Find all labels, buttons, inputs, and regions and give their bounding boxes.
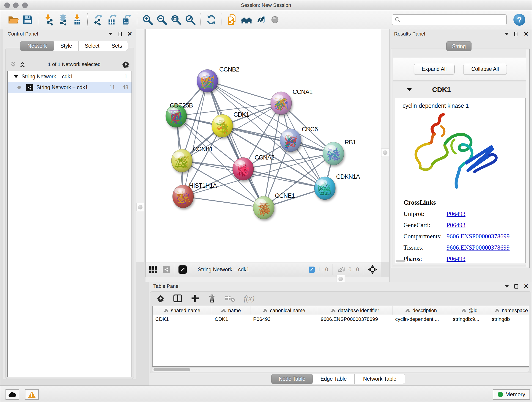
panel-menu-icon[interactable] [108, 33, 113, 35]
show-all-networks-icon[interactable] [239, 13, 254, 27]
import-table-from-file-icon[interactable] [70, 13, 84, 27]
collapse-all-button[interactable]: Collapse All [463, 64, 507, 75]
network-node-CDKN1A[interactable]: CDKN1A [314, 173, 360, 200]
entry-hscroll-thumb[interactable] [396, 260, 405, 262]
birdseye-view-icon[interactable] [178, 265, 187, 274]
column-header-description[interactable]: description [393, 306, 450, 315]
zoom-in-icon[interactable] [140, 13, 155, 27]
function-builder-icon[interactable]: f(x) [244, 294, 254, 303]
panel-float-icon[interactable] [514, 284, 518, 288]
export-network-icon[interactable] [91, 13, 105, 27]
left-splitter-handle[interactable] [136, 203, 144, 211]
delete-table-icon[interactable] [225, 295, 235, 302]
selected-checkbox-icon[interactable]: ✓ [309, 267, 315, 273]
table-cell[interactable]: stringdb:9... [450, 315, 489, 324]
table-cell[interactable]: CDK1 [212, 315, 250, 324]
collapse-all-networks-icon[interactable] [9, 61, 17, 68]
column-header-name[interactable]: name [212, 306, 250, 315]
warning-status-button[interactable] [25, 389, 39, 400]
network-node-CCNB1[interactable]: CCNB1 [171, 146, 213, 172]
delete-column-icon[interactable] [208, 294, 216, 303]
table-gear-icon[interactable] [157, 294, 165, 302]
network-collection-row[interactable]: String Network – cdk1 1 [8, 71, 132, 82]
table-cell[interactable]: cyclin-dependent ... [393, 315, 450, 324]
left-splitter[interactable] [136, 29, 144, 262]
network-tab-panel: 1 of 1 Network selected String Network –… [5, 48, 134, 379]
tab-network-table[interactable]: Network Table [355, 374, 405, 384]
network-edge[interactable] [207, 81, 281, 103]
column-header-database-identifier[interactable]: database identifier [318, 306, 393, 315]
collection-expander-icon[interactable] [14, 75, 18, 78]
refresh-view-icon[interactable] [204, 13, 218, 27]
right-splitter[interactable] [381, 29, 389, 262]
protein-entry-header[interactable]: CDK1 [393, 82, 527, 97]
memory-button[interactable]: Memory [493, 389, 530, 400]
right-splitter-handle[interactable] [381, 148, 389, 157]
single-view-icon[interactable] [163, 266, 170, 273]
table-cell[interactable]: CDK1 [152, 315, 212, 324]
hide-selected-icon[interactable] [254, 13, 268, 27]
tab-string[interactable]: String [446, 41, 472, 51]
panel-float-icon[interactable] [514, 32, 518, 36]
network-node-CCNE1[interactable]: CCNE1 [253, 192, 295, 219]
cloud-status-button[interactable] [6, 389, 19, 400]
import-network-from-database-icon[interactable] [56, 13, 70, 27]
network-canvas[interactable]: CCNB2CCNA1CDC25BCDK1CDC6RB1CCNB1CCNA2CDK… [146, 29, 381, 262]
table-cell[interactable]: 9606.ENSP00000378699 [318, 315, 393, 324]
network-edge[interactable] [183, 81, 207, 196]
table-row[interactable]: CDK1CDK1P064939606.ENSP00000378699cyclin… [152, 315, 529, 324]
tab-select[interactable]: Select [78, 41, 106, 51]
tab-edge-table[interactable]: Edge Table [313, 374, 355, 384]
add-column-icon[interactable] [191, 294, 199, 303]
import-network-from-file-icon[interactable] [41, 13, 56, 27]
gear-icon[interactable] [122, 61, 130, 68]
table-cell[interactable]: stringdb [489, 315, 529, 324]
open-session-icon[interactable] [6, 13, 20, 27]
grid-view-icon[interactable] [149, 265, 158, 274]
tab-style[interactable]: Style [54, 41, 78, 51]
tab-network[interactable]: Network [20, 41, 54, 51]
network-node-CCNA1[interactable]: CCNA1 [271, 89, 312, 115]
search-field[interactable] [392, 14, 507, 25]
zoom-fit-icon[interactable] [169, 13, 183, 27]
export-table-icon[interactable] [105, 13, 119, 27]
expand-all-networks-icon[interactable] [18, 61, 27, 68]
network-edge[interactable] [183, 196, 264, 208]
network-node-RB1[interactable]: RB1 [323, 139, 356, 165]
tab-sets[interactable]: Sets [106, 41, 128, 51]
column-header-canonical-name[interactable]: canonical name [250, 306, 318, 315]
panel-menu-icon[interactable] [505, 33, 509, 35]
network-row-selected[interactable]: String Network – cdk1 11 48 [8, 82, 132, 93]
save-session-icon[interactable] [20, 13, 35, 27]
tab-node-table[interactable]: Node Table [271, 374, 313, 384]
crosslink-link[interactable]: P06493 [447, 211, 466, 217]
help-icon[interactable]: ? [513, 14, 525, 26]
table-hscrollbar[interactable] [152, 368, 529, 372]
crosslink-link[interactable]: 9606.ENSP00000378699 [447, 233, 510, 240]
panel-float-icon[interactable] [118, 32, 122, 36]
panel-menu-icon[interactable] [505, 285, 509, 288]
search-input[interactable] [401, 15, 504, 24]
fit-selected-icon[interactable] [367, 264, 378, 274]
zoom-out-icon[interactable] [155, 13, 169, 27]
table-cell[interactable]: P06493 [250, 315, 318, 324]
crosslink-link[interactable]: P06493 [447, 255, 466, 262]
expand-all-button[interactable]: Expand All [414, 64, 455, 75]
show-hidden-icon[interactable] [268, 13, 282, 27]
new-network-from-file-icon[interactable] [225, 13, 239, 27]
panel-close-icon[interactable]: ✕ [524, 284, 529, 288]
zoom-selected-icon[interactable] [183, 13, 197, 27]
column-header-shared-name[interactable]: shared name [152, 306, 212, 315]
results-scrollbar[interactable] [526, 50, 529, 267]
show-columns-icon[interactable] [173, 294, 182, 303]
crosslink-link[interactable]: 9606.ENSP00000378699 [447, 244, 510, 251]
panel-close-icon[interactable]: ✕ [127, 32, 132, 36]
column-header-namespace[interactable]: namespace [489, 306, 529, 315]
table-hscroll-thumb[interactable] [153, 368, 190, 371]
panel-close-icon[interactable]: ✕ [524, 32, 529, 36]
column-header--id[interactable]: @id [450, 306, 489, 315]
entry-expander-icon[interactable] [407, 88, 412, 91]
network-node-HIST1H1A[interactable]: HIST1H1A [172, 182, 217, 208]
export-image-icon[interactable] [119, 13, 133, 27]
crosslink-link[interactable]: P06493 [447, 222, 466, 229]
